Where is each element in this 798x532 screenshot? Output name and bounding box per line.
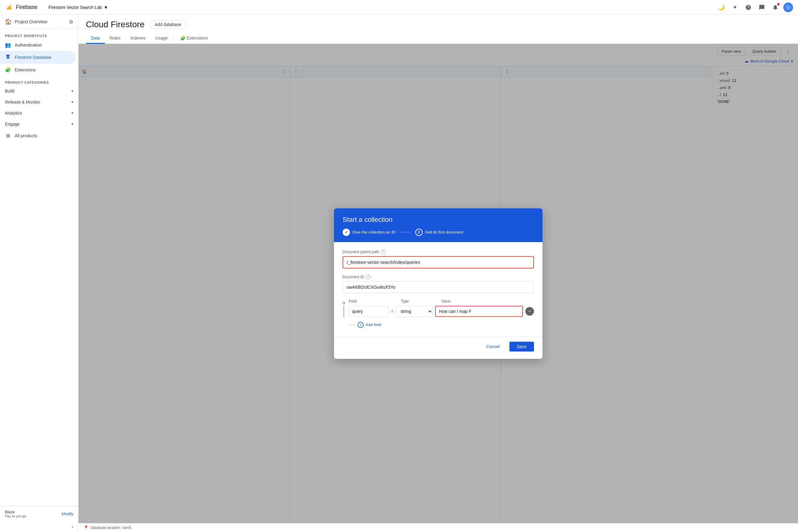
sidebar-bottom: Blaze Pay as you go Modify xyxy=(0,506,78,521)
authentication-icon: 👥 xyxy=(5,42,11,48)
top-header: Firebase Firestore Vector Search Lab ▼ 🌙… xyxy=(0,0,798,15)
project-overview-item[interactable]: 🏠 Project Overview ⚙ xyxy=(0,15,78,29)
tab-indexes[interactable]: Indexes xyxy=(125,33,150,44)
all-products-label: All products xyxy=(15,133,37,138)
field-name-input[interactable] xyxy=(349,306,388,317)
add-field-plus-icon: + xyxy=(358,322,364,328)
doc-parent-path-help-icon[interactable]: ? xyxy=(381,249,386,254)
firebase-label: Firebase xyxy=(16,4,37,11)
notifications-button[interactable] xyxy=(770,2,781,13)
step-2-circle: 2 xyxy=(415,229,423,236)
sidebar-item-firestore-database[interactable]: Firestore Database xyxy=(0,51,76,64)
home-icon: 🏠 xyxy=(5,18,12,25)
dialog-step-2: 2 Add its first document xyxy=(415,229,464,236)
sidebar-item-extensions[interactable]: 🧩 Extensions xyxy=(0,64,76,76)
collapse-icon: ‹ xyxy=(72,524,73,530)
page-title: Cloud Firestore xyxy=(86,20,144,30)
database-location-label: Database location: nam5 xyxy=(90,526,131,530)
sidebar-item-authentication[interactable]: 👥 Authentication xyxy=(0,39,76,51)
tab-extensions[interactable]: 🧩 Extensions xyxy=(176,33,213,44)
sidebar-item-analytics[interactable]: Analytics ▾ xyxy=(0,108,78,119)
firestore-header: Cloud Firestore Add database Data Rules … xyxy=(78,15,798,44)
step-connector xyxy=(399,232,412,232)
field-type-select[interactable]: string number boolean map array null tim… xyxy=(396,306,433,317)
dialog-body: Document parent path ? Document ID ? xyxy=(334,242,543,337)
sidebar-item-release-monitor[interactable]: Release & Monitor ▾ xyxy=(0,97,78,108)
help-button[interactable] xyxy=(743,2,754,13)
sidebar-item-engage[interactable]: Engage ▾ xyxy=(0,119,78,130)
analytics-label: Analytics xyxy=(5,111,22,116)
field-value-input[interactable] xyxy=(435,306,523,317)
product-categories-label: Product categories xyxy=(0,76,78,86)
start-collection-dialog: Start a collection ✓ Give the collection… xyxy=(334,208,543,359)
step-1-checkmark-icon: ✓ xyxy=(345,230,348,234)
sidebar-collapse-button[interactable]: ‹ xyxy=(0,521,78,532)
add-database-button[interactable]: Add database xyxy=(149,20,186,29)
blaze-info: Blaze Pay as you go xyxy=(5,510,26,518)
blaze-subtitle: Pay as you go xyxy=(5,514,26,518)
firestore-body: Panel view Query builder ⋮ ☁ More in Goo… xyxy=(78,44,798,523)
dark-mode-button[interactable]: 🌙 xyxy=(716,2,727,13)
tab-divider xyxy=(174,35,174,41)
field-ellipsis-row: ··· + Add field xyxy=(349,321,534,329)
dialog-steps: ✓ Give the collection an ID 2 Add its fi… xyxy=(343,229,534,236)
save-button[interactable]: Save xyxy=(509,342,534,352)
field-delete-button[interactable]: − xyxy=(525,307,534,316)
project-chevron-icon: ▼ xyxy=(104,5,108,10)
doc-id-help-icon[interactable]: ? xyxy=(366,274,371,280)
extensions-icon: 🧩 xyxy=(5,67,11,73)
notification-badge xyxy=(777,3,780,5)
blaze-plan: Blaze Pay as you go Modify xyxy=(5,510,73,518)
all-products-icon: ⊞ xyxy=(5,133,11,138)
main-layout: 🏠 Project Overview ⚙ Project shortcuts 👥… xyxy=(0,15,798,532)
firestore-database-label: Firestore Database xyxy=(15,55,51,60)
engage-label: Engage xyxy=(5,122,20,127)
field-col-header-type: Type xyxy=(401,299,438,303)
document-parent-path-input[interactable] xyxy=(343,256,534,268)
authentication-label: Authentication xyxy=(15,43,42,48)
field-col-header-value: Value xyxy=(441,299,534,303)
project-overview-label: Project Overview xyxy=(15,19,66,24)
location-icon: 📍 xyxy=(84,525,89,530)
project-shortcuts-section-label: Project shortcuts xyxy=(0,29,78,39)
document-id-input[interactable] xyxy=(343,281,534,293)
settings-icon[interactable]: ⚙ xyxy=(69,19,73,25)
tab-rules[interactable]: Rules xyxy=(105,33,126,44)
field-equals-sign: = xyxy=(391,309,394,314)
cancel-button[interactable]: Cancel xyxy=(480,342,506,352)
engage-chevron-icon: ▾ xyxy=(71,122,73,126)
step-1-circle: ✓ xyxy=(343,229,350,236)
project-selector[interactable]: Firestore Vector Search Lab ▼ xyxy=(46,4,110,11)
firestore-icon xyxy=(5,54,11,61)
sidebar-item-all-products[interactable]: ⊞ All products xyxy=(0,130,76,141)
field-dot xyxy=(343,302,345,304)
add-field-label: Add field xyxy=(366,322,381,327)
doc-parent-path-label: Document parent path ? xyxy=(343,249,534,254)
firebase-logo: Firebase xyxy=(5,3,37,12)
dialog-overlay[interactable]: Start a collection ✓ Give the collection… xyxy=(78,44,798,523)
field-ellipsis-icon: ··· xyxy=(349,321,355,328)
sidebar-item-build[interactable]: Build ▾ xyxy=(0,86,78,97)
project-name: Firestore Vector Search Lab xyxy=(49,5,102,10)
modify-button[interactable]: Modify xyxy=(62,511,73,516)
fields-section: Field Type Value = string xyxy=(343,299,534,329)
add-field-button[interactable]: + Add field xyxy=(358,321,381,329)
dialog-header: Start a collection ✓ Give the collection… xyxy=(334,208,543,242)
dialog-footer: Cancel Save xyxy=(334,337,543,359)
chat-button[interactable] xyxy=(756,2,767,13)
build-chevron-icon: ▾ xyxy=(71,89,73,93)
field-line xyxy=(344,305,344,318)
release-monitor-label: Release & Monitor xyxy=(5,100,40,104)
tab-usage[interactable]: Usage xyxy=(150,33,173,44)
extensions-label: Extensions xyxy=(15,68,36,72)
doc-id-label: Document ID ? xyxy=(343,274,534,280)
extensions-tab-icon: 🧩 xyxy=(180,36,185,40)
analytics-chevron-icon: ▾ xyxy=(71,111,73,115)
dialog-title: Start a collection xyxy=(343,216,534,224)
release-monitor-chevron-icon: ▾ xyxy=(71,100,73,104)
tab-data[interactable]: Data xyxy=(86,33,105,44)
avatar[interactable]: U xyxy=(783,2,793,12)
firebase-flame-icon xyxy=(5,3,14,12)
step-1-label: Give the collection an ID xyxy=(352,230,396,234)
star-button[interactable]: ✦ xyxy=(729,2,740,13)
